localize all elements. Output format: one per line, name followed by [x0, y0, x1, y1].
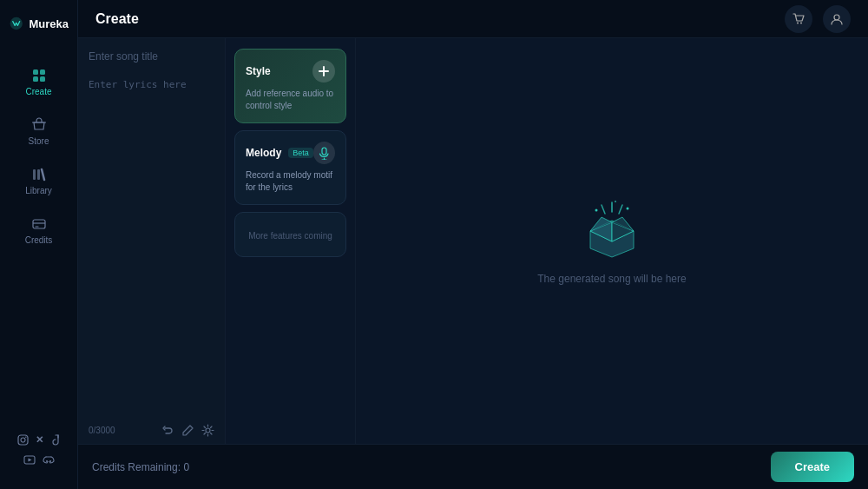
mureka-logo-icon	[9, 14, 23, 33]
sidebar-item-library-label: Library	[25, 186, 52, 195]
svg-point-9	[21, 438, 25, 442]
empty-state-text: The generated song will be here	[537, 273, 686, 285]
svg-rect-4	[40, 76, 45, 82]
melody-card[interactable]: Melody Beta Record a melody motif for th…	[234, 130, 346, 205]
svg-point-17	[206, 428, 210, 433]
sidebar-item-credits-label: Credits	[25, 235, 53, 245]
sidebar: Mureka Create Store Library	[0, 0, 78, 489]
svg-point-13	[49, 460, 51, 462]
magic-button[interactable]	[201, 424, 214, 437]
svg-rect-6	[37, 169, 40, 180]
more-features-text: More features coming	[248, 231, 332, 241]
left-panel-footer: 0/3000	[78, 417, 225, 444]
create-button[interactable]: Create	[771, 452, 854, 482]
svg-line-23	[602, 205, 605, 214]
more-features-card: More features coming	[234, 212, 346, 257]
social-row-2	[23, 455, 55, 468]
empty-state-illustration	[577, 198, 647, 259]
edit-button[interactable]	[181, 424, 194, 437]
melody-mic-button[interactable]	[313, 142, 335, 164]
svg-point-12	[46, 460, 48, 462]
svg-rect-7	[33, 220, 45, 228]
create-icon	[31, 68, 47, 83]
melody-card-desc: Record a melody motif for the lyrics	[246, 169, 335, 194]
style-card-desc: Add reference audio to control style	[246, 88, 335, 112]
svg-line-22	[619, 205, 622, 214]
undo-icon	[161, 424, 174, 437]
svg-point-25	[615, 201, 616, 202]
credits-remaining: Credits Remaining: 0	[92, 461, 760, 473]
undo-button[interactable]	[161, 424, 174, 437]
edit-icon	[181, 424, 194, 437]
feature-cards-panel: Style Add reference audio to control sty…	[226, 38, 356, 444]
sidebar-item-store[interactable]: Store	[7, 109, 70, 155]
style-add-button[interactable]	[312, 60, 335, 83]
song-title-input[interactable]	[78, 38, 225, 71]
cart-button[interactable]	[785, 5, 812, 33]
char-count: 0/3000	[89, 426, 115, 435]
svg-point-15	[800, 22, 802, 23]
cart-icon	[792, 12, 806, 26]
twitter-x-icon[interactable]: ✕	[36, 434, 43, 448]
plus-icon	[318, 65, 330, 77]
svg-rect-8	[18, 435, 28, 445]
logo: Mureka	[0, 14, 77, 33]
social-links: ✕	[17, 434, 61, 475]
sidebar-item-store-label: Store	[29, 136, 49, 146]
style-card-title: Style	[246, 65, 271, 77]
svg-point-14	[797, 22, 799, 23]
youtube-icon[interactable]	[23, 455, 36, 468]
tiktok-icon[interactable]	[50, 434, 61, 448]
page-title: Create	[95, 11, 139, 27]
sidebar-item-create[interactable]: Create	[7, 59, 70, 105]
lyrics-panel: 0/3000	[78, 38, 226, 444]
library-icon	[31, 167, 47, 182]
content-area: 0/3000	[78, 38, 868, 444]
profile-icon	[830, 12, 844, 26]
instagram-icon[interactable]	[17, 434, 29, 448]
microphone-icon	[319, 147, 330, 160]
footer-icons	[161, 424, 214, 437]
svg-rect-1	[33, 69, 38, 75]
magic-icon	[201, 424, 214, 437]
svg-point-24	[627, 207, 629, 209]
credits-icon	[31, 216, 47, 232]
topbar-actions	[785, 5, 851, 33]
discord-icon[interactable]	[43, 455, 55, 468]
melody-beta-badge: Beta	[288, 148, 313, 158]
logo-text: Mureka	[29, 17, 69, 30]
svg-rect-3	[33, 76, 38, 82]
style-card-header: Style	[246, 60, 335, 83]
svg-rect-18	[322, 148, 326, 155]
svg-rect-5	[33, 169, 36, 180]
sidebar-item-create-label: Create	[25, 87, 51, 96]
svg-rect-2	[40, 69, 45, 75]
svg-point-16	[834, 15, 839, 20]
lyrics-textarea[interactable]	[78, 71, 225, 417]
topbar: Create	[78, 0, 868, 38]
svg-point-10	[25, 437, 26, 438]
bottom-bar: Credits Remaining: 0 Create	[78, 444, 868, 489]
style-card[interactable]: Style Add reference audio to control sty…	[234, 49, 346, 123]
sidebar-item-credits[interactable]: Credits	[7, 208, 70, 254]
melody-card-header: Melody Beta	[246, 142, 335, 164]
sidebar-nav: Create Store Library Credits	[0, 57, 77, 434]
generated-songs-panel: The generated song will be here	[356, 38, 868, 444]
store-icon	[31, 117, 47, 133]
svg-point-26	[595, 208, 598, 211]
profile-button[interactable]	[823, 5, 851, 33]
social-row-1: ✕	[17, 434, 61, 448]
sidebar-item-library[interactable]: Library	[7, 158, 70, 204]
main-content: Create 0/3000	[78, 0, 868, 489]
melody-card-title: Melody	[246, 147, 281, 159]
